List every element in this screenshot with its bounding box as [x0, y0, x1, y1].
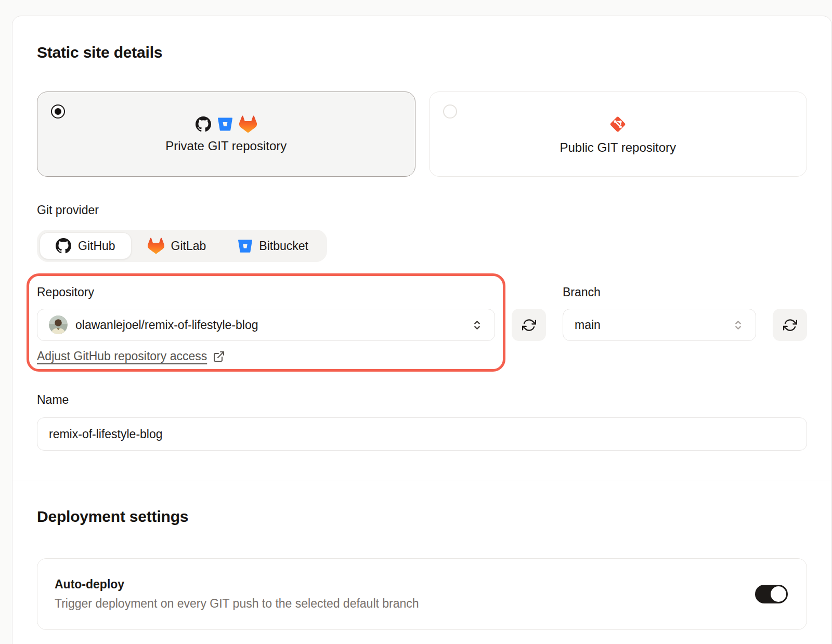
- page-title: Static site details: [37, 42, 807, 63]
- refresh-icon: [783, 318, 797, 332]
- private-card-content: Private GIT repository: [165, 115, 287, 153]
- deployment-settings-title: Deployment settings: [37, 506, 807, 527]
- github-icon: [56, 238, 71, 254]
- branch-label: Branch: [563, 285, 756, 299]
- provider-icons: [196, 115, 257, 133]
- radio-selected[interactable]: [51, 104, 65, 119]
- github-icon: [196, 116, 211, 132]
- git-icon: [607, 114, 628, 135]
- bitbucket-icon: [238, 239, 252, 253]
- github-option-label: GitHub: [78, 239, 115, 253]
- auto-deploy-toggle[interactable]: [755, 585, 788, 603]
- git-provider-segmented-control: GitHub GitLab Bitbucket: [37, 230, 327, 262]
- branch-select[interactable]: main: [563, 309, 756, 341]
- git-logo-wrap: [607, 114, 628, 135]
- branch-refresh-button[interactable]: [773, 309, 807, 341]
- repo-type-options: Private GIT repository: [37, 91, 807, 177]
- adjust-github-repository-access-link[interactable]: Adjust GitHub repository access: [37, 349, 225, 363]
- bitbucket-icon: [218, 117, 232, 132]
- refresh-icon: [522, 318, 536, 332]
- name-label: Name: [37, 392, 807, 407]
- gitlab-option-label: GitLab: [171, 239, 206, 253]
- repository-owner-avatar: [49, 316, 68, 334]
- toggle-knob: [770, 585, 787, 603]
- repository-refresh-button[interactable]: [512, 309, 546, 341]
- private-git-repository-card[interactable]: Private GIT repository: [37, 91, 415, 177]
- repository-label: Repository: [37, 285, 495, 299]
- public-git-repository-card[interactable]: Public GIT repository: [429, 91, 808, 177]
- chevron-up-down-icon: [471, 319, 483, 331]
- auto-deploy-description: Trigger deployment on every GIT push to …: [55, 597, 419, 611]
- chevron-up-down-icon: [732, 319, 744, 331]
- name-input[interactable]: [37, 417, 807, 451]
- access-link-label: Adjust GitHub repository access: [37, 349, 207, 363]
- git-provider-option-github[interactable]: GitHub: [40, 232, 132, 259]
- bitbucket-option-label: Bitbucket: [259, 239, 308, 253]
- section-divider: [12, 480, 832, 480]
- auto-deploy-card: Auto-deploy Trigger deployment on every …: [37, 558, 807, 630]
- repository-field-group: Repository: [37, 285, 495, 363]
- git-provider-label: Git provider: [37, 203, 807, 217]
- gitlab-icon: [239, 115, 257, 133]
- auto-deploy-label: Auto-deploy: [55, 577, 419, 592]
- repository-select[interactable]: olawanlejoel/remix-of-lifestyle-blog: [37, 309, 495, 341]
- repository-branch-row: Repository: [37, 285, 807, 363]
- repository-selected-value: olawanlejoel/remix-of-lifestyle-blog: [75, 318, 258, 332]
- repository-highlight-annotation: Repository: [27, 273, 505, 372]
- gitlab-icon: [148, 238, 164, 254]
- public-card-label: Public GIT repository: [560, 140, 676, 155]
- git-provider-option-bitbucket[interactable]: Bitbucket: [222, 232, 324, 259]
- branch-field-group: Branch main: [563, 285, 756, 341]
- private-card-label: Private GIT repository: [165, 139, 287, 153]
- public-card-content: Public GIT repository: [560, 114, 676, 155]
- auto-deploy-text: Auto-deploy Trigger deployment on every …: [55, 577, 419, 611]
- radio-unselected[interactable]: [443, 104, 457, 119]
- external-link-icon: [213, 350, 225, 363]
- branch-selected-value: main: [575, 318, 601, 332]
- git-provider-option-gitlab[interactable]: GitLab: [132, 232, 223, 259]
- static-site-form-card: Static site details Private GIT reposito…: [12, 16, 832, 644]
